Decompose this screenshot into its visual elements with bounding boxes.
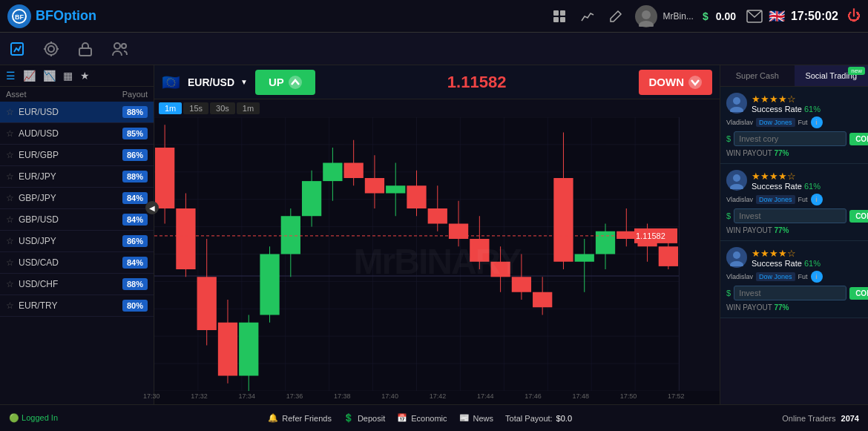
star-icon[interactable]: ☆ xyxy=(6,300,14,311)
asset-item[interactable]: ☆ EUR/JPY 88% xyxy=(0,166,154,188)
asset-name: EUR/TRY xyxy=(19,300,57,311)
mail-icon[interactable] xyxy=(746,10,763,23)
time-axis-label: 17:36 xyxy=(286,392,303,400)
asset-item[interactable]: ☆ GBP/USD 84% xyxy=(0,209,154,231)
logo[interactable]: BF BFOption xyxy=(7,4,96,28)
deposit-action[interactable]: 💲 Deposit xyxy=(343,413,385,423)
edit-icon[interactable] xyxy=(608,9,623,24)
star-icon[interactable]: ☆ xyxy=(6,279,14,289)
asset-payout: 86% xyxy=(122,235,148,247)
balance-value: 0.00 xyxy=(716,10,736,22)
trader-name: Vladislav xyxy=(726,196,753,203)
asset-item[interactable]: ☆ USD/JPY 86% xyxy=(0,231,154,252)
news-action[interactable]: 📰 News xyxy=(459,413,494,423)
svg-point-18 xyxy=(122,44,126,48)
star-icon[interactable]: ☆ xyxy=(6,171,14,182)
svg-point-24 xyxy=(730,184,743,189)
copy-button[interactable]: COPY xyxy=(849,287,868,300)
economic-action[interactable]: 📅 Economic xyxy=(397,413,447,423)
trader-stars: ★★★★☆ xyxy=(752,93,821,105)
asset-payout: 88% xyxy=(122,106,148,118)
nav-tab-people[interactable] xyxy=(110,39,129,59)
collapse-panel-button[interactable]: ◀ xyxy=(145,201,159,214)
chart-icon[interactable] xyxy=(580,9,595,24)
asset-item[interactable]: ☆ USD/CAD 84% xyxy=(0,252,154,274)
info-icon[interactable]: i xyxy=(811,116,823,128)
tf-1m[interactable]: 1m xyxy=(159,102,182,114)
trader-card: ★★★★☆ Success Rate 61% Vladislav Dow Jon… xyxy=(720,87,868,164)
chevron-down-icon: ▼ xyxy=(240,78,248,86)
copy-button[interactable]: COPY xyxy=(849,133,868,145)
main-layout: ☰ 📈 📉 ▦ ★ Asset Payout ☆ EUR/USD 88% ☆ A… xyxy=(0,65,868,404)
asset-payout: 86% xyxy=(122,149,148,161)
star-icon[interactable]: ☆ xyxy=(6,150,14,160)
asset-item[interactable]: ☆ EUR/TRY 80% xyxy=(0,295,154,317)
star-icon[interactable]: ☆ xyxy=(6,257,14,268)
info-icon[interactable]: i xyxy=(811,194,823,205)
asset-name: EUR/USD xyxy=(19,107,59,117)
trader-name: Vladislav xyxy=(726,273,753,280)
invest-row: $ COPY xyxy=(726,286,862,300)
tf-1m-alt[interactable]: 1m xyxy=(237,102,260,114)
time-axis-label: 17:40 xyxy=(381,392,398,400)
star-icon[interactable]: ☆ xyxy=(6,107,14,117)
svg-point-25 xyxy=(733,251,740,259)
trending-down-icon[interactable]: 📉 xyxy=(43,70,56,82)
time-axis-label: 17:34 xyxy=(239,392,256,400)
invest-input[interactable] xyxy=(734,286,846,300)
asset-item[interactable]: ☆ EUR/USD 88% xyxy=(0,102,154,123)
asset-item[interactable]: ☆ AUD/USD 85% xyxy=(0,123,154,145)
svg-rect-3 xyxy=(560,10,565,16)
svg-point-11 xyxy=(48,46,54,52)
trader-info: Vladislav Dow Jones Fut i xyxy=(726,116,862,128)
chart-toolbar: 🇪🇺 EUR/USD ▼ UP 1.11582 DOWN xyxy=(154,65,720,99)
grid-icon[interactable] xyxy=(552,9,567,24)
trader-name: Vladislav xyxy=(726,119,753,126)
bar-chart-icon[interactable]: ▦ xyxy=(63,70,73,82)
tab-super-cash[interactable]: Super Cash xyxy=(720,65,795,86)
asset-name: GBP/JPY xyxy=(19,193,56,203)
list-view-icon[interactable]: ☰ xyxy=(6,70,16,82)
info-icon[interactable]: i xyxy=(811,271,823,283)
star-icon[interactable]: ☆ xyxy=(6,236,14,246)
invest-input[interactable] xyxy=(734,131,846,146)
svg-rect-2 xyxy=(553,10,559,16)
tf-30s[interactable]: 30s xyxy=(210,102,235,114)
up-button[interactable]: UP xyxy=(255,70,315,95)
asset-item[interactable]: ☆ GBP/JPY 84% xyxy=(0,188,154,209)
asset-name: USD/CHF xyxy=(19,279,58,289)
svg-point-20 xyxy=(688,76,702,89)
refer-friends-action[interactable]: 🔔 Refer Friends xyxy=(268,413,332,423)
nav-tab-target[interactable] xyxy=(42,39,61,59)
asset-payout: 84% xyxy=(122,257,148,269)
star-icon[interactable]: ☆ xyxy=(6,193,14,203)
star-icon[interactable]: ★ xyxy=(80,70,90,82)
asset-list: ☆ EUR/USD 88% ☆ AUD/USD 85% ☆ EUR/GBP 86… xyxy=(0,102,154,404)
power-button[interactable]: ⏻ xyxy=(847,8,861,24)
invest-input[interactable] xyxy=(734,208,846,223)
asset-item[interactable]: ☆ EUR/GBP 86% xyxy=(0,145,154,166)
trader-info: Vladislav Dow Jones Fut i xyxy=(726,271,862,283)
nav-tab-lock[interactable] xyxy=(76,39,95,59)
svg-point-10 xyxy=(45,43,57,55)
dollar-sign: $ xyxy=(726,289,731,297)
nav-tab-chart[interactable] xyxy=(7,39,27,59)
currency-selector[interactable]: EUR/USD ▼ xyxy=(188,76,248,88)
copy-button[interactable]: COPY xyxy=(849,210,868,223)
time-axis-label: 17:44 xyxy=(477,392,494,400)
star-icon[interactable]: ☆ xyxy=(6,214,14,225)
price-axis: 1.116601.116401.116201.116001.115801.115… xyxy=(679,117,720,391)
down-button[interactable]: DOWN xyxy=(639,70,713,95)
trader-avatar xyxy=(726,170,747,191)
star-icon[interactable]: ☆ xyxy=(6,128,14,139)
logo-text: BFOption xyxy=(36,8,96,24)
tab-social-trading[interactable]: Social Trading new xyxy=(795,65,869,86)
trending-icon[interactable]: 📈 xyxy=(23,70,36,82)
flag-icon[interactable]: 🇬🇧 xyxy=(769,8,785,24)
online-traders: Online Traders 2074 xyxy=(782,414,859,423)
asset-item[interactable]: ☆ USD/CHF 88% xyxy=(0,274,154,295)
mic-icon: 🔔 xyxy=(268,413,278,423)
tf-15s[interactable]: 15s xyxy=(183,102,208,114)
trader-asset: Dow Jones xyxy=(756,195,795,204)
success-rate: Success Rate 61% xyxy=(752,182,821,191)
